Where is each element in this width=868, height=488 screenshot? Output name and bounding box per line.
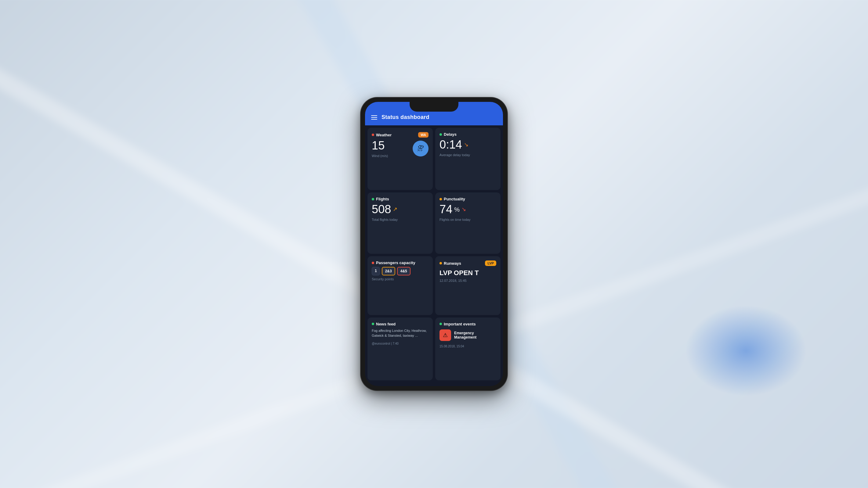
- delays-subtitle: Average delay today: [439, 153, 496, 157]
- punctuality-arrow: ↘: [462, 206, 466, 213]
- events-card-header: Important events: [439, 322, 496, 326]
- event-item: ⚠ Emergency Management: [439, 329, 496, 341]
- delays-card-header: Delays: [439, 132, 496, 137]
- news-status-dot: [372, 323, 374, 325]
- passengers-card-header: Passengers capacity: [372, 260, 429, 265]
- menu-icon[interactable]: [371, 115, 377, 120]
- news-title-row: News feed: [372, 322, 396, 326]
- flights-card-header: Flights: [372, 197, 429, 201]
- news-card[interactable]: News feed Fog affecting London City, Hea…: [368, 318, 433, 380]
- dashboard-grid: Weather WA 15 ⛈ Wind (m/s) Delays: [365, 125, 503, 383]
- runways-status-dot: [439, 262, 442, 264]
- runways-badge: LVP: [485, 260, 496, 266]
- delays-status-dot: [439, 133, 442, 136]
- punctuality-status-dot: [439, 198, 442, 200]
- events-title-row: Important events: [439, 322, 476, 326]
- security-point-3[interactable]: 4&5: [397, 267, 410, 275]
- flights-subtitle: Total flights today: [372, 218, 429, 221]
- news-text: Fog affecting London City, Heathrow, Gat…: [372, 328, 429, 338]
- runways-title-row: Runways: [439, 261, 461, 266]
- punctuality-value: 74 % ↘: [439, 203, 496, 216]
- security-point-2[interactable]: 2&3: [382, 267, 395, 275]
- background-glow: [685, 305, 807, 396]
- weather-status-dot: [372, 134, 374, 136]
- passengers-subtitle: Security points: [372, 277, 429, 281]
- delays-arrow: ↘: [464, 142, 468, 148]
- punctuality-unit: %: [454, 206, 460, 213]
- punctuality-title: Punctuality: [444, 197, 465, 201]
- event-date: 15.08.2018, 15:04: [439, 345, 496, 348]
- weather-card[interactable]: Weather WA 15 ⛈ Wind (m/s): [368, 128, 433, 190]
- events-status-dot: [439, 323, 442, 325]
- event-name: Emergency Management: [454, 331, 496, 339]
- flights-title-row: Flights: [372, 197, 389, 201]
- phone-device: Status dashboard Weather WA 15 ⛈: [361, 98, 507, 390]
- delays-value: 0:14 ↘: [439, 138, 496, 151]
- page-title: Status dashboard: [381, 114, 429, 121]
- punctuality-subtitle: Flights on time today: [439, 218, 496, 221]
- flights-card[interactable]: Flights 508 ↗ Total flights today: [368, 192, 433, 254]
- security-points-row: 1 2&3 4&5: [372, 267, 429, 275]
- passengers-title-row: Passengers capacity: [372, 260, 415, 265]
- passengers-card[interactable]: Passengers capacity 1 2&3 4&5 Security p…: [368, 256, 433, 315]
- punctuality-card-header: Punctuality: [439, 197, 496, 201]
- events-card[interactable]: Important events ⚠ Emergency Management …: [435, 318, 500, 380]
- phone-notch: [410, 102, 458, 111]
- runways-card[interactable]: Runways LVP LVP OPEN T 12.07.2018, 15:45: [435, 256, 500, 315]
- flights-title: Flights: [376, 197, 389, 201]
- punctuality-title-row: Punctuality: [439, 197, 465, 201]
- news-card-header: News feed: [372, 322, 429, 326]
- phone-screen: Status dashboard Weather WA 15 ⛈: [365, 102, 503, 386]
- flights-value: 508 ↗: [372, 203, 429, 216]
- runways-value: LVP OPEN T: [439, 269, 496, 277]
- news-source: @eurocontrol | 7:40: [372, 342, 429, 345]
- punctuality-card[interactable]: Punctuality 74 % ↘ Flights on time today: [435, 192, 500, 254]
- delays-title-row: Delays: [439, 132, 457, 137]
- weather-icon: ⛈: [413, 140, 429, 157]
- weather-badge: WA: [418, 132, 429, 137]
- passengers-status-dot: [372, 262, 374, 264]
- delays-card[interactable]: Delays 0:14 ↘ Average delay today: [435, 128, 500, 190]
- runways-title: Runways: [444, 261, 461, 266]
- passengers-title: Passengers capacity: [376, 260, 415, 265]
- news-title: News feed: [376, 322, 396, 326]
- events-title: Important events: [444, 322, 476, 326]
- runways-date: 12.07.2018, 15:45: [439, 279, 496, 283]
- flights-arrow: ↗: [393, 206, 397, 213]
- security-point-1[interactable]: 1: [372, 267, 380, 275]
- delays-title: Delays: [444, 132, 457, 137]
- weather-title: Weather: [376, 133, 392, 137]
- weather-card-header: Weather WA: [372, 132, 429, 137]
- event-warning-icon: ⚠: [439, 329, 451, 341]
- runways-card-header: Runways LVP: [439, 260, 496, 266]
- weather-title-row: Weather: [372, 133, 392, 137]
- flights-status-dot: [372, 198, 374, 200]
